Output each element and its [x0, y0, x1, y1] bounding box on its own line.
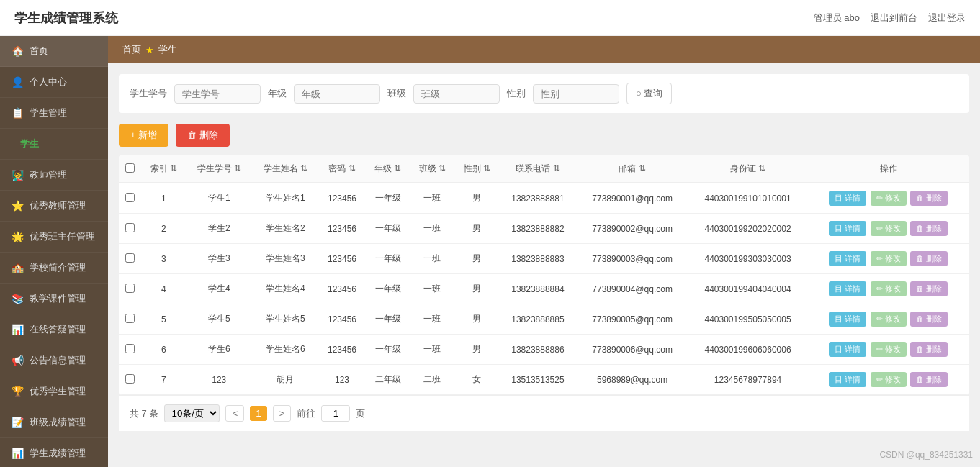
table-row: 3 学生3 学生姓名3 123456 一年级 一班 男 13823888883 …: [119, 244, 969, 274]
gender-input[interactable]: [533, 84, 619, 104]
table-header-row: 索引 ⇅ 学生学号 ⇅ 学生姓名 ⇅ 密码 ⇅ 年级 ⇅ 班级 ⇅ 性别 ⇅ 联…: [119, 155, 969, 183]
delete-row-button[interactable]: 🗑 删除: [910, 312, 948, 327]
announcement-icon: 📢: [12, 355, 24, 366]
col-password[interactable]: 密码 ⇅: [318, 155, 365, 183]
col-id-card[interactable]: 身份证 ⇅: [688, 155, 808, 183]
row-index: 4: [141, 274, 186, 304]
row-email: 773890006@qq.com: [577, 335, 688, 365]
delete-row-button[interactable]: 🗑 删除: [910, 251, 948, 266]
back-to-front-link[interactable]: 退出到前台: [871, 12, 917, 24]
sidebar-item-online-qa[interactable]: 📊 在线答疑管理: [0, 314, 108, 345]
col-index[interactable]: 索引 ⇅: [141, 155, 186, 183]
batch-delete-button[interactable]: 🗑 删除: [176, 124, 230, 147]
row-phone: 13823888881: [499, 183, 576, 214]
row-name: 学生姓名1: [252, 183, 318, 214]
row-index: 3: [141, 244, 186, 274]
edit-button[interactable]: ✏ 修改: [871, 221, 907, 236]
sidebar-item-excellent-class[interactable]: 🌟 优秀班主任管理: [0, 222, 108, 253]
sidebar-item-teacher-manage[interactable]: 👨‍🏫 教师管理: [0, 160, 108, 191]
delete-row-button[interactable]: 🗑 删除: [910, 191, 948, 206]
edit-button[interactable]: ✏ 修改: [871, 281, 907, 296]
search-bar: 学生学号 年级 班级 性别 ○ 查询: [119, 74, 969, 113]
row-name: 学生姓名5: [252, 304, 318, 335]
col-name[interactable]: 学生姓名 ⇅: [252, 155, 318, 183]
col-grade[interactable]: 年级 ⇅: [366, 155, 410, 183]
row-email: 773890004@qq.com: [577, 274, 688, 304]
edit-button[interactable]: ✏ 修改: [871, 251, 907, 266]
sidebar-item-course-manage[interactable]: 📚 教学课件管理: [0, 284, 108, 314]
col-op: 操作: [807, 155, 969, 183]
sidebar-item-excellent-student[interactable]: 🏆 优秀学生管理: [0, 376, 108, 407]
detail-button[interactable]: 目 详情: [829, 221, 866, 236]
sidebar-item-school-intro[interactable]: 🏫 学校简介管理: [0, 253, 108, 284]
gender-label: 性别: [507, 87, 526, 100]
sidebar-item-student-manage[interactable]: 📋 学生管理: [0, 98, 108, 129]
row-grade: 一年级: [366, 274, 410, 304]
col-phone[interactable]: 联系电话 ⇅: [499, 155, 576, 183]
sidebar-item-label: 优秀学生管理: [30, 385, 86, 398]
row-op: 目 详情 ✏ 修改 🗑 删除: [807, 274, 969, 304]
table-row: 7 123 胡月 123 二年级 二班 女 13513513525 596898…: [119, 365, 969, 395]
search-button[interactable]: ○ 查询: [626, 83, 672, 104]
breadcrumb-star: ★: [145, 45, 154, 55]
col-class[interactable]: 班级 ⇅: [410, 155, 455, 183]
detail-button[interactable]: 目 详情: [829, 312, 866, 327]
teacher-manage-icon: 👨‍🏫: [12, 169, 24, 181]
data-table-wrap: 索引 ⇅ 学生学号 ⇅ 学生姓名 ⇅ 密码 ⇅ 年级 ⇅ 班级 ⇅ 性别 ⇅ 联…: [119, 155, 969, 395]
row-op: 目 详情 ✏ 修改 🗑 删除: [807, 214, 969, 244]
row-checkbox[interactable]: [119, 183, 141, 214]
select-all-checkbox[interactable]: [125, 163, 135, 173]
col-email[interactable]: 邮箱 ⇅: [577, 155, 688, 183]
delete-row-button[interactable]: 🗑 删除: [910, 281, 948, 296]
row-grade: 一年级: [366, 183, 410, 214]
row-student-no: 学生5: [186, 304, 252, 335]
sidebar-item-profile[interactable]: 👤 个人中心: [0, 67, 108, 98]
col-student-no[interactable]: 学生学号 ⇅: [186, 155, 252, 183]
detail-button[interactable]: 目 详情: [829, 251, 866, 266]
sidebar-item-student[interactable]: 学生: [0, 129, 108, 160]
detail-button[interactable]: 目 详情: [829, 342, 866, 357]
sidebar-item-label: 学生: [20, 137, 39, 150]
sidebar-item-class-score[interactable]: 📝 班级成绩管理: [0, 407, 108, 438]
sidebar-item-excellent-teacher[interactable]: ⭐ 优秀教师管理: [0, 191, 108, 222]
row-op: 目 详情 ✏ 修改 🗑 删除: [807, 183, 969, 214]
current-page-button[interactable]: 1: [250, 406, 266, 421]
row-checkbox[interactable]: [119, 335, 141, 365]
table-row: 6 学生6 学生姓名6 123456 一年级 一班 男 13823888886 …: [119, 335, 969, 365]
prev-page-button[interactable]: <: [225, 405, 244, 422]
sidebar-item-home[interactable]: 🏠 首页: [0, 36, 108, 67]
row-checkbox[interactable]: [119, 304, 141, 335]
detail-button[interactable]: 目 详情: [829, 281, 866, 296]
edit-button[interactable]: ✏ 修改: [871, 342, 907, 357]
edit-button[interactable]: ✏ 修改: [871, 191, 907, 206]
row-checkbox[interactable]: [119, 365, 141, 395]
student-id-input[interactable]: [174, 84, 261, 104]
sidebar-item-student-score[interactable]: 📊 学生成绩管理: [0, 438, 108, 467]
next-page-button[interactable]: >: [273, 405, 292, 422]
edit-button[interactable]: ✏ 修改: [871, 372, 907, 387]
detail-button[interactable]: 目 详情: [829, 372, 866, 387]
per-page-select[interactable]: 10条/页 20条/页 50条/页: [164, 404, 220, 422]
course-manage-icon: 📚: [12, 293, 24, 304]
goto-page-input[interactable]: [321, 405, 350, 422]
row-op: 目 详情 ✏ 修改 🗑 删除: [807, 304, 969, 335]
row-student-no: 学生4: [186, 274, 252, 304]
row-email: 773890002@qq.com: [577, 214, 688, 244]
row-checkbox[interactable]: [119, 214, 141, 244]
delete-row-button[interactable]: 🗑 删除: [910, 221, 948, 236]
edit-button[interactable]: ✏ 修改: [871, 312, 907, 327]
add-button[interactable]: + 新增: [119, 124, 168, 147]
sidebar-item-announcement[interactable]: 📢 公告信息管理: [0, 345, 108, 376]
logout-link[interactable]: 退出登录: [928, 12, 966, 24]
delete-row-button[interactable]: 🗑 删除: [910, 372, 948, 387]
detail-button[interactable]: 目 详情: [829, 191, 866, 206]
row-index: 6: [141, 335, 186, 365]
sidebar-item-label: 个人中心: [30, 76, 67, 89]
sidebar-item-label: 学校简介管理: [30, 261, 86, 274]
col-gender[interactable]: 性别 ⇅: [454, 155, 499, 183]
row-checkbox[interactable]: [119, 244, 141, 274]
grade-input[interactable]: [294, 84, 380, 104]
class-input[interactable]: [413, 84, 500, 104]
row-checkbox[interactable]: [119, 274, 141, 304]
delete-row-button[interactable]: 🗑 删除: [910, 342, 948, 357]
